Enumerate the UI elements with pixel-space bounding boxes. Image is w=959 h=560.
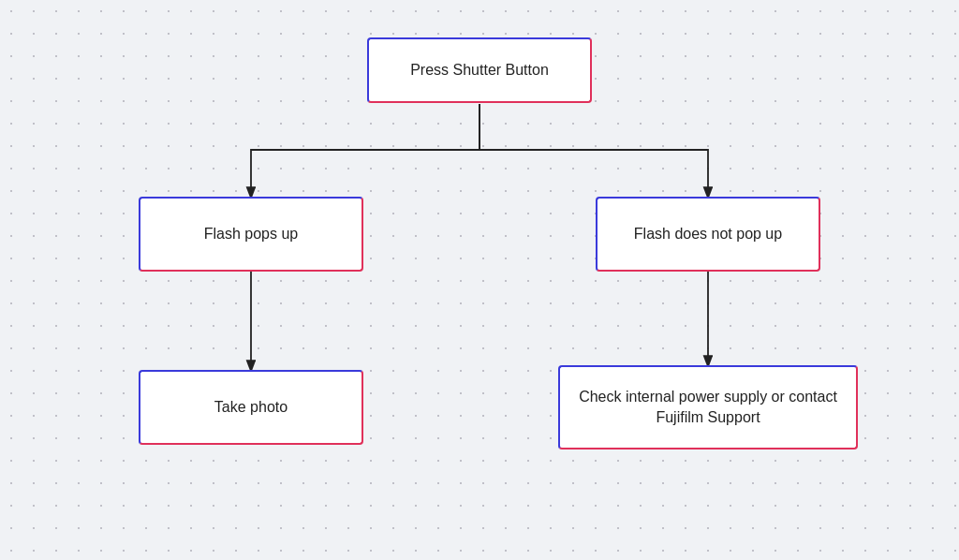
- node-take-photo-label: Take photo: [214, 397, 288, 418]
- node-check-supply-label: Check internal power supply or contact F…: [575, 387, 841, 429]
- node-flash-pops-up-label: Flash pops up: [204, 224, 299, 244]
- node-flash-pops-up: Flash pops up: [139, 197, 363, 272]
- node-press-shutter-label: Press Shutter Button: [410, 60, 549, 81]
- node-check-supply: Check internal power supply or contact F…: [558, 365, 858, 449]
- node-press-shutter: Press Shutter Button: [367, 37, 592, 103]
- flowchart-diagram: Press Shutter Button Flash pops up Flash…: [0, 0, 959, 560]
- node-flash-no-popup: Flash does not pop up: [596, 197, 820, 272]
- node-flash-no-popup-label: Flash does not pop up: [634, 224, 782, 244]
- node-take-photo: Take photo: [139, 370, 363, 445]
